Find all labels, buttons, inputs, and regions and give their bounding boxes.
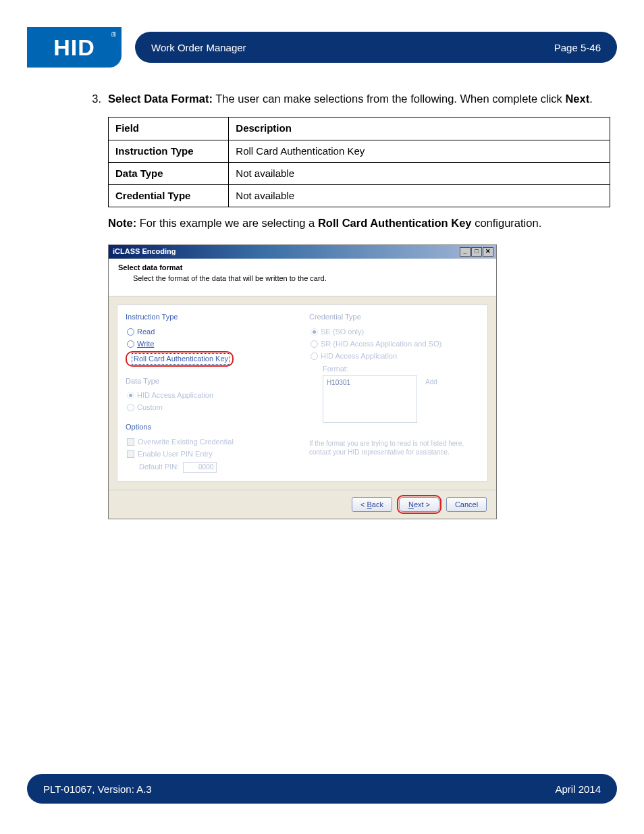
radio-hid-app: HID Access Application <box>127 390 296 400</box>
radio-icon <box>127 328 134 336</box>
back-button[interactable]: < Back <box>352 497 392 512</box>
maximize-icon[interactable]: □ <box>471 247 482 257</box>
radio-hid-label: HID Access Application <box>137 390 213 400</box>
registered-icon: ® <box>111 31 116 38</box>
note-after: configuration. <box>472 217 542 229</box>
cancel-button[interactable]: Cancel <box>446 497 487 512</box>
col-description: Description <box>229 118 610 140</box>
dialog-subheader: Select data format Select the format of … <box>109 259 496 297</box>
radio-sr-label: SR (HID Access Application and SO) <box>321 339 441 349</box>
step-body: Select Data Format: The user can make se… <box>108 91 610 519</box>
footer-left: PLT-01067, Version: A.3 <box>43 783 152 795</box>
format-list: H10301 <box>323 375 417 423</box>
page-header: HID ® Work Order Manager Page 5-46 <box>27 27 617 68</box>
radio-read-label: Read <box>137 327 155 337</box>
radio-custom: Custom <box>127 402 296 413</box>
format-item: H10301 <box>327 379 350 386</box>
page-footer: PLT-01067, Version: A.3 April 2014 <box>27 774 617 804</box>
step-next-word: Next <box>565 93 589 105</box>
note-before: For this example we are selecting a <box>136 217 318 229</box>
radio-icon <box>127 340 134 348</box>
radio-icon <box>311 340 318 348</box>
checkbox-pin: Enable User PIN Entry <box>127 449 296 459</box>
dialog-body: Instruction Type Read Write Roll Card Au… <box>117 305 488 481</box>
cell-desc: Not available <box>229 185 610 207</box>
page-number: Page 5-46 <box>554 42 601 53</box>
cell-desc: Roll Card Authentication Key <box>229 140 610 162</box>
radio-icon <box>127 392 134 399</box>
dialog-titlebar: iCLASS Encoding _ □ ✕ <box>109 245 496 259</box>
col-field: Field <box>109 118 229 140</box>
radio-icon <box>127 404 134 411</box>
iclass-encoding-dialog: iCLASS Encoding _ □ ✕ Select data format… <box>108 244 497 519</box>
add-link: Add <box>425 378 437 386</box>
close-icon[interactable]: ✕ <box>483 247 493 257</box>
left-column: Instruction Type Read Write Roll Card Au… <box>126 312 296 472</box>
step-text-1: The user can make selections from the fo… <box>213 93 565 105</box>
field-description-table: Field Description Instruction Type Roll … <box>108 117 610 207</box>
options-label: Options <box>126 422 296 433</box>
minimize-icon[interactable]: _ <box>460 247 471 257</box>
table-row: Instruction Type Roll Card Authenticatio… <box>109 140 610 162</box>
checkbox-icon <box>127 450 134 458</box>
table-row: Credential Type Not available <box>109 185 610 207</box>
radio-read[interactable]: Read <box>127 327 296 337</box>
credential-type-label: Credential Type <box>309 312 479 323</box>
dialog-subtitle: Select data format <box>118 263 487 273</box>
cell-field: Data Type <box>109 162 229 184</box>
header-bar: Work Order Manager Page 5-46 <box>135 32 617 63</box>
step-title: Select Data Format: <box>108 93 213 105</box>
step-3: 3. Select Data Format: The user can make… <box>88 91 610 519</box>
next-button[interactable]: Next > <box>399 497 439 512</box>
dialog-footer: < Back Next > Cancel <box>109 490 496 519</box>
dialog-title: iCLASS Encoding <box>113 246 176 257</box>
hid-logo: HID ® <box>27 27 122 68</box>
radio-icon <box>311 328 318 336</box>
radio-hid-right: HID Access Application <box>311 351 479 361</box>
radio-se-label: SE (SO only) <box>321 327 364 337</box>
table-row: Data Type Not available <box>109 162 610 184</box>
note-label: Note: <box>108 217 136 229</box>
pin-enable-label: Enable User PIN Entry <box>138 449 213 459</box>
checkbox-overwrite: Overwrite Existing Credential <box>127 437 296 447</box>
cell-field: Instruction Type <box>109 140 229 162</box>
format-label: Format: <box>323 364 479 374</box>
note-emph: Roll Card Authentication Key <box>318 217 472 229</box>
window-buttons: _ □ ✕ <box>460 247 493 257</box>
cell-desc: Not available <box>229 162 610 184</box>
radio-roll-label[interactable]: Roll Card Authentication Key <box>132 353 230 365</box>
step-text-end: . <box>589 93 593 105</box>
default-pin-row: Default PIN: 0000 <box>139 462 296 473</box>
data-type-label: Data Type <box>126 376 296 387</box>
dialog-subdesc: Select the format of the data that will … <box>133 273 487 284</box>
radio-hid-right-label: HID Access Application <box>321 351 397 361</box>
radio-icon <box>311 353 318 360</box>
radio-write[interactable]: Write <box>127 339 296 349</box>
overwrite-label: Overwrite Existing Credential <box>138 437 234 447</box>
highlight-roll-card: Roll Card Authentication Key <box>126 351 234 367</box>
radio-custom-label: Custom <box>137 402 163 413</box>
radio-se: SE (SO only) <box>311 327 479 337</box>
checkbox-icon <box>127 438 134 446</box>
instruction-type-label: Instruction Type <box>126 312 296 323</box>
radio-sr: SR (HID Access Application and SO) <box>311 339 479 349</box>
format-block: Format: H10301 Add <box>323 364 479 434</box>
default-pin-input: 0000 <box>183 462 217 473</box>
note-line: Note: For this example we are selecting … <box>108 215 610 230</box>
content-area: 3. Select Data Format: The user can make… <box>88 91 610 519</box>
footer-right: April 2014 <box>555 783 601 795</box>
cell-field: Credential Type <box>109 185 229 207</box>
header-title: Work Order Manager <box>151 42 246 53</box>
right-column: Credential Type SE (SO only) SR (HID Acc… <box>309 312 479 472</box>
logo-text: HID <box>53 34 95 61</box>
default-pin-label: Default PIN: <box>139 462 179 472</box>
help-text: If the format you are trying to read is … <box>309 440 479 457</box>
radio-write-label: Write <box>137 339 154 349</box>
step-number: 3. <box>88 91 104 519</box>
